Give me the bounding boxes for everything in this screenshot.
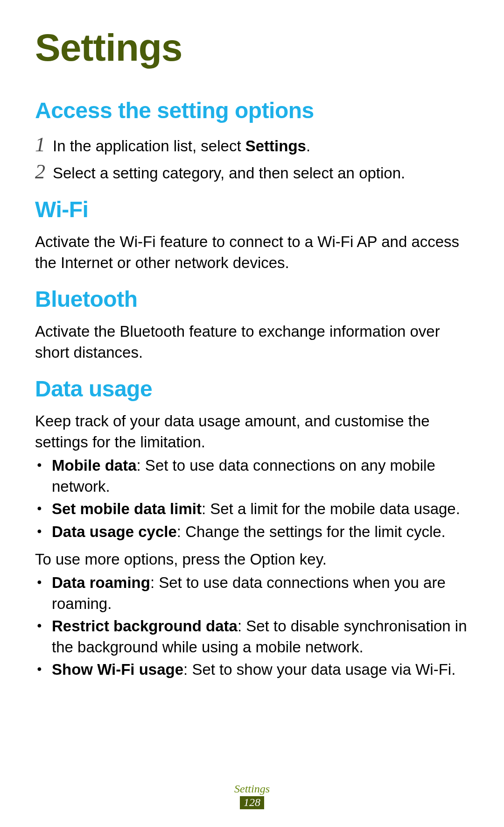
list-item: Data roaming: Set to use data connection… [35,573,469,614]
step-row: 2 Select a setting category, and then se… [35,160,469,184]
wifi-paragraph: Activate the Wi-Fi feature to connect to… [35,232,469,273]
list-item-bold: Mobile data [52,457,137,474]
bluetooth-paragraph: Activate the Bluetooth feature to exchan… [35,321,469,363]
section-heading-wifi: Wi-Fi [35,197,469,222]
step-text-suffix: . [306,137,310,155]
data-usage-intro: Keep track of your data usage amount, an… [35,411,469,452]
list-item: Data usage cycle: Change the settings fo… [35,522,469,543]
list-item: Show Wi-Fi usage: Set to show your data … [35,659,469,680]
footer-page-number: 128 [240,796,264,809]
list-item: Set mobile data limit: Set a limit for t… [35,499,469,520]
list-item-bold: Data usage cycle [52,523,177,540]
step-text-prefix: Select a setting category, and then sele… [53,164,405,182]
step-text-bold: Settings [245,137,306,155]
step-row: 1 In the application list, select Settin… [35,133,469,157]
step-number: 1 [35,133,53,156]
data-usage-bullets-primary: Mobile data: Set to use data connections… [35,455,469,542]
step-text-prefix: In the application list, select [53,137,245,155]
page-footer: Settings 128 [0,783,504,809]
list-item-text: : Change the settings for the limit cycl… [177,523,446,540]
manual-page: Settings Access the setting options 1 In… [0,0,504,827]
list-item-bold: Data roaming [52,574,150,591]
list-item: Restrict background data: Set to disable… [35,616,469,657]
list-item-bold: Show Wi-Fi usage [52,661,183,678]
access-steps: 1 In the application list, select Settin… [35,133,469,184]
data-usage-bullets-secondary: Data roaming: Set to use data connection… [35,573,469,680]
step-text: Select a setting category, and then sele… [53,163,405,184]
section-heading-data-usage: Data usage [35,376,469,402]
page-title: Settings [35,26,469,70]
list-item: Mobile data: Set to use data connections… [35,455,469,497]
list-item-bold: Set mobile data limit [52,500,202,517]
data-usage-hint: To use more options, press the Option ke… [35,549,469,570]
list-item-text: : Set a limit for the mobile data usage. [202,500,460,517]
section-heading-access: Access the setting options [35,98,469,123]
step-number: 2 [35,160,53,184]
section-heading-bluetooth: Bluetooth [35,286,469,312]
list-item-text: : Set to show your data usage via Wi-Fi. [183,661,455,678]
list-item-bold: Restrict background data [52,617,238,635]
step-text: In the application list, select Settings… [53,136,310,157]
footer-section-label: Settings [0,783,504,795]
